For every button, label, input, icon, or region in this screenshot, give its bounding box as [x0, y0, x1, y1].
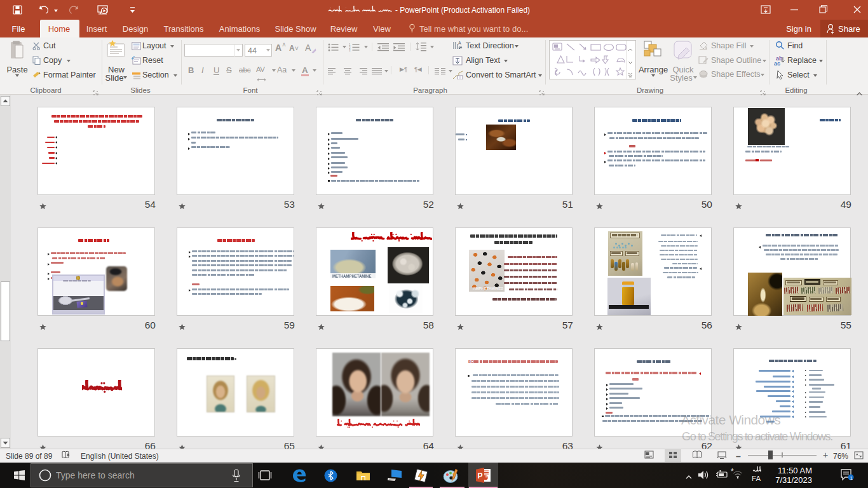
svg-text:A: A — [458, 41, 461, 45]
svg-text:1: 1 — [850, 475, 853, 481]
svg-text:3: 3 — [349, 49, 351, 51]
svg-text:P: P — [478, 471, 483, 480]
svg-text:ac: ac — [774, 60, 780, 66]
